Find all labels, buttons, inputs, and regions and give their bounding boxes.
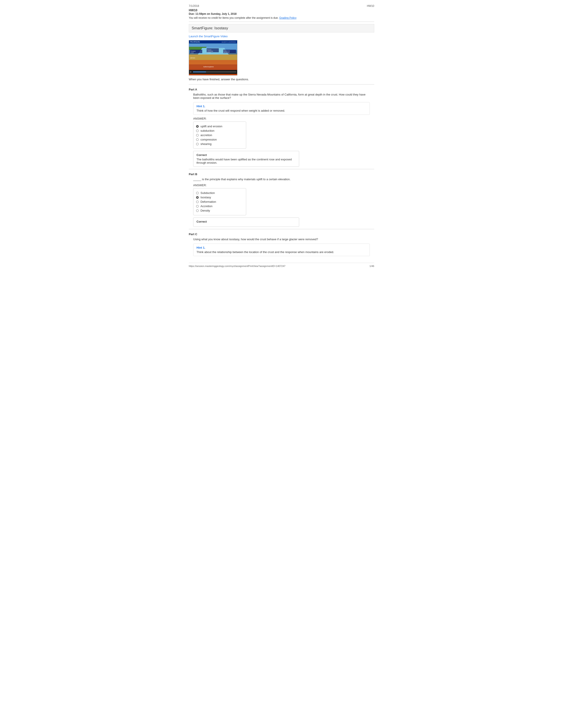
launch-link[interactable]: Launch the SmartFigure Video [189,35,374,38]
part-b-options: Subduction Isostasy Deformation Accretio… [193,188,246,215]
part-a-header: Part A [189,88,374,91]
top-divider [189,22,374,22]
part-b-correct-title: Correct [196,220,296,223]
play-button[interactable] [190,71,192,73]
part-b-divider [189,169,374,169]
radio-shearing[interactable] [196,143,199,145]
svg-text:Oceanic: Oceanic [191,51,195,52]
part-a-correct-box: Correct The batholiths would have been u… [193,151,299,167]
header-row: 7/1/2018 HW10 [189,4,374,8]
svg-text:crust: crust [191,52,194,53]
option-accretion-b: Accretion [200,205,212,208]
option-accretion: accretion [200,133,212,137]
option-uplift-erosion: uplift and erosion [200,125,222,128]
radio-subduction-b[interactable] [196,192,199,194]
list-item[interactable]: Density [196,209,243,212]
part-a-correct-title: Correct [196,153,296,157]
video-thumbnail[interactable]: PEARSON ALWAYS LEARNING Oceanic crust Pa… [189,40,237,75]
finished-text: When you have finished, answer the quest… [189,78,374,81]
svg-text:margin: margin [207,52,211,53]
list-item[interactable]: Isostasy [196,196,243,199]
radio-subduction[interactable] [196,129,199,132]
part-a-hint-text: Think of how the crust will respond when… [196,109,367,112]
radio-deformation[interactable] [196,201,199,203]
video-controls[interactable] [189,70,237,74]
radio-density[interactable] [196,209,199,212]
list-item[interactable]: shearing [196,142,243,146]
part-c-hint-title: Hint 1. [196,246,367,249]
list-item[interactable]: subduction [196,129,243,132]
footer-page: 1/46 [370,265,374,267]
svg-text:Asthenosphere: Asthenosphere [203,66,214,68]
part-c-question: Using what you know about isostasy, how … [193,238,370,241]
part-c-hint-box: Hint 1. Think about the relationship bet… [193,244,370,256]
part-b-question: _____ is the principle that explains why… [193,178,370,181]
part-a-answer-label: ANSWER: [193,117,370,120]
footer-url: https://session.masteringgeology.com/myc… [189,265,286,267]
option-isostasy: Isostasy [200,196,211,199]
footer: https://session.masteringgeology.com/myc… [189,263,374,267]
part-b-answer-label: ANSWER: [193,184,370,187]
svg-text:lithosphere: lithosphere [224,52,229,53]
part-c-header: Part C [189,233,374,236]
radio-accretion-b[interactable] [196,205,199,208]
svg-rect-4 [189,60,237,64]
due-date: Due: 11:59pm on Sunday, July 1, 2018 [189,12,374,15]
header-hw-label: HW10 [367,4,374,8]
part-b-header: Part B [189,173,374,176]
part-a-question: Batholiths, such as those that make up t… [193,93,370,99]
radio-compression[interactable] [196,138,199,141]
part-a-hint-title: Hint 1. [196,105,367,108]
option-subduction: subduction [200,129,214,132]
progress-bar-fill [193,71,206,72]
radio-accretion[interactable] [196,134,199,137]
pearson-bar: PEARSON ALWAYS LEARNING [189,40,237,43]
part-c-divider [189,229,374,229]
list-item[interactable]: Deformation [196,200,243,203]
option-shearing: shearing [200,142,211,146]
svg-text:Continental: Continental [224,50,230,52]
list-item[interactable]: Subduction [196,191,243,195]
option-subduction-b: Subduction [200,191,215,195]
svg-text:100 km: 100 km [190,57,195,59]
pearson-brand: PEARSON [190,41,200,43]
option-compression: compression [200,138,217,141]
radio-uplift-erosion[interactable] [196,125,199,128]
part-c-hint-text: Think about the relationship between the… [196,250,367,254]
option-density: Density [200,209,210,212]
list-item[interactable]: accretion [196,133,243,137]
list-item[interactable]: uplift and erosion [196,125,243,128]
geology-svg: Oceanic crust Passive continental margin… [189,43,237,70]
part-a-correct-text: The batholiths would have been uplifted … [196,158,296,164]
progress-bar[interactable] [193,71,236,72]
list-item[interactable]: Accretion [196,205,243,208]
assignment-title: HW10 [189,8,374,12]
part-a-options: uplift and erosion subduction accretion … [193,122,246,149]
radio-isostasy[interactable] [196,196,199,199]
part-b-correct-box: Correct [193,218,299,227]
list-item[interactable]: compression [196,138,243,141]
svg-rect-3 [189,54,237,60]
grading-policy-link[interactable]: Grading Policy [279,16,297,19]
policy-text: You will receive no credit for items you… [189,16,374,19]
video-layers: Oceanic crust Passive continental margin… [189,43,237,70]
option-deformation: Deformation [200,200,216,203]
part-a-hint-box: Hint 1. Think of how the crust will resp… [193,102,370,115]
always-learning: ALWAYS LEARNING [221,41,236,43]
smartfigure-title: SmartFigure: Isostasy [189,24,374,32]
header-date: 7/1/2018 [189,4,199,8]
